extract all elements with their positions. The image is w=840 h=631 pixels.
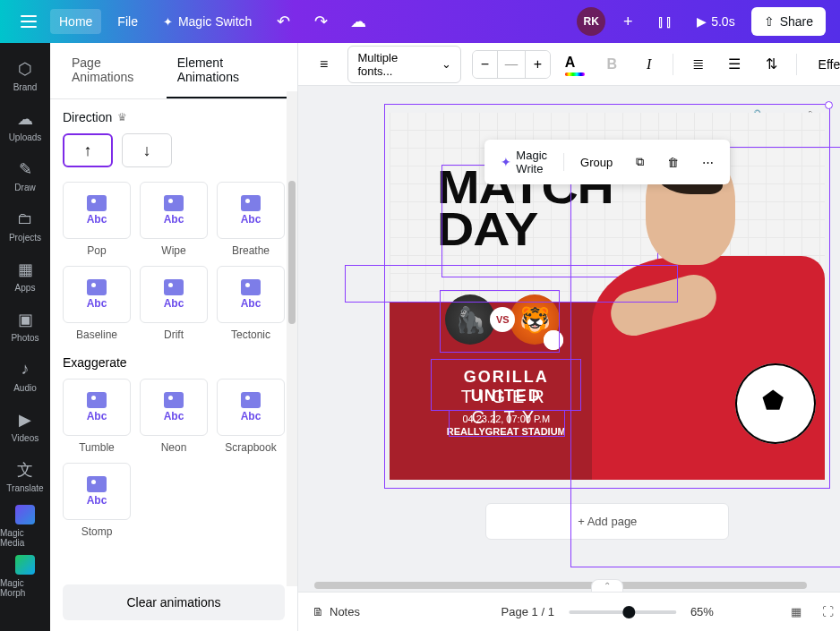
anim-neon[interactable]: AbcNeon: [140, 379, 208, 454]
zoom-slider-knob[interactable]: [622, 606, 635, 618]
rail-brand[interactable]: ⬡Brand: [0, 50, 50, 100]
anim-baseline[interactable]: AbcBaseline: [63, 266, 131, 341]
text-color-button[interactable]: A: [561, 51, 587, 78]
italic-button[interactable]: I: [636, 51, 662, 78]
fullscreen-button[interactable]: ⛶: [819, 602, 838, 622]
font-size-decrease[interactable]: −: [473, 51, 497, 78]
invite-button[interactable]: +: [613, 6, 643, 37]
spacing-icon: ⇅: [766, 55, 777, 72]
share-button[interactable]: ⇧ Share: [751, 7, 826, 36]
align-paragraph-button[interactable]: ≡: [311, 51, 337, 78]
cloud-sync-button[interactable]: ☁: [343, 6, 373, 37]
align-icon: ≡: [320, 56, 328, 72]
font-size-stepper: − –– +: [472, 50, 551, 79]
rail-photos[interactable]: ▣Photos: [0, 301, 50, 351]
top-bar: Home File ✦ Magic Switch ↶ ↷ ☁ RK + ⫿⫿ ▶…: [0, 0, 840, 43]
horizontal-scrollbar[interactable]: [307, 579, 840, 592]
rail-uploads[interactable]: ☁Uploads: [0, 100, 50, 150]
present-button[interactable]: ▶ 5.0s: [688, 9, 743, 34]
player-photo[interactable]: [592, 149, 825, 480]
hamburger-menu-button[interactable]: [14, 7, 43, 36]
anim-tectonic[interactable]: AbcTectonic: [217, 266, 285, 341]
clear-animations-button[interactable]: Clear animations: [63, 584, 285, 620]
page-indicator[interactable]: Page 1 / 1: [501, 605, 554, 618]
delete-button[interactable]: 🗑: [660, 152, 686, 173]
page-tray-toggle[interactable]: ⌃: [591, 579, 623, 592]
bottom-bar: 🗎 Notes Page 1 / 1 65% ▦ ⛶ ✓ ?: [298, 592, 840, 631]
photos-icon: ▣: [15, 310, 35, 329]
context-toolbar: ≡ Multiple fonts... ⌄ − –– + A B I ≣ ☰ ⇅…: [298, 43, 840, 86]
tab-element-animations[interactable]: Element Animations: [167, 43, 287, 98]
team-b-logo: 🐯: [510, 294, 560, 345]
spacing-button[interactable]: ⇅: [759, 51, 784, 78]
panel-scroll-thumb[interactable]: [288, 181, 296, 324]
uploads-icon: ☁: [15, 109, 35, 129]
font-selector[interactable]: Multiple fonts... ⌄: [347, 46, 460, 83]
anim-breathe[interactable]: AbcBreathe: [217, 182, 285, 257]
effects-button[interactable]: Effects: [808, 52, 840, 77]
canvas-scroll-area[interactable]: 🔓 ⧉ 🗑 ✦Magic Write Group ⧉ 🗑 ⋯: [298, 86, 840, 592]
rail-audio[interactable]: ♪Audio: [0, 351, 50, 401]
rail-magic-media[interactable]: Magic Media: [0, 501, 50, 551]
undo-icon: ↶: [277, 12, 290, 31]
alignment-button[interactable]: ≣: [684, 51, 710, 78]
home-link[interactable]: Home: [50, 9, 101, 34]
datetime-text[interactable]: 04.23.22, 07:00 P.M: [434, 414, 578, 424]
rail-videos[interactable]: ▶Videos: [0, 401, 50, 451]
list-button[interactable]: ☰: [722, 51, 748, 78]
bold-button[interactable]: B: [599, 51, 625, 78]
videos-icon: ▶: [15, 410, 35, 430]
rail-label: Draw: [14, 183, 35, 192]
anim-label: Tectonic: [231, 328, 270, 341]
canvas-area: ≡ Multiple fonts... ⌄ − –– + A B I ≣ ☰ ⇅…: [298, 43, 840, 631]
copy-button[interactable]: ⧉: [629, 151, 651, 173]
arrow-down-icon: ↓: [143, 141, 151, 160]
anim-drift[interactable]: AbcDrift: [140, 266, 208, 341]
zoom-slider[interactable]: [569, 610, 676, 614]
file-menu[interactable]: File: [108, 9, 147, 34]
rail-apps[interactable]: ▦Apps: [0, 251, 50, 301]
insights-button[interactable]: ⫿⫿: [650, 6, 681, 37]
magic-switch-button[interactable]: ✦ Magic Switch: [154, 9, 261, 34]
anim-scrapbook[interactable]: AbcScrapbook: [217, 379, 285, 454]
add-page-button[interactable]: + Add page: [485, 503, 729, 540]
design-wrapper: 🔓 ⧉ 🗑 ✦Magic Write Group ⧉ 🗑 ⋯: [390, 113, 825, 558]
more-floating-button[interactable]: ⋯: [695, 152, 721, 173]
anim-label: Tumble: [79, 441, 115, 454]
direction-label: Direction: [63, 110, 112, 124]
magic-write-label: Magic Write: [516, 149, 547, 175]
team-logos[interactable]: 🦍 VS 🐯: [445, 294, 560, 345]
anim-tumble[interactable]: AbcTumble: [63, 379, 131, 454]
rail-label: Uploads: [9, 132, 42, 142]
user-avatar[interactable]: RK: [577, 7, 605, 36]
rail-translate[interactable]: 文Translate: [0, 451, 50, 501]
direction-up-button[interactable]: ↑: [63, 133, 113, 167]
direction-down-button[interactable]: ↓: [122, 133, 172, 167]
anim-wipe[interactable]: AbcWipe: [140, 182, 208, 257]
anim-label: Wipe: [161, 244, 185, 257]
rail-projects[interactable]: 🗀Projects: [0, 200, 50, 251]
magic-write-button[interactable]: ✦Magic Write: [493, 145, 554, 179]
grid-view-button[interactable]: ▦: [786, 602, 806, 622]
font-size-value[interactable]: ––: [497, 51, 525, 78]
tab-page-animations[interactable]: Page Animations: [61, 43, 167, 98]
anim-stomp[interactable]: AbcStomp: [63, 463, 131, 538]
rail-magic-morph[interactable]: Magic Morph: [0, 551, 50, 601]
stadium-text[interactable]: REALLYGREAT STADIUM: [434, 426, 578, 437]
group-button[interactable]: Group: [573, 152, 620, 173]
panel-scrollbar[interactable]: [287, 91, 297, 586]
anim-label: Neon: [161, 441, 187, 454]
notes-button[interactable]: 🗎 Notes: [313, 605, 360, 618]
font-size-increase[interactable]: +: [526, 51, 550, 78]
sparkle-icon: ✦: [163, 15, 173, 29]
undo-button[interactable]: ↶: [268, 6, 298, 37]
magic-media-icon: [15, 505, 35, 524]
main-layout: ⬡Brand ☁Uploads ✎Draw 🗀Projects ▦Apps ▣P…: [0, 43, 840, 631]
zoom-percent[interactable]: 65%: [690, 605, 714, 618]
rail-draw[interactable]: ✎Draw: [0, 150, 50, 200]
rail-label: Photos: [11, 333, 39, 343]
selection-handle[interactable]: [825, 101, 833, 109]
redo-button[interactable]: ↷: [305, 6, 336, 37]
anim-pop[interactable]: AbcPop: [63, 182, 131, 257]
horizontal-scroll-thumb[interactable]: [314, 582, 807, 589]
